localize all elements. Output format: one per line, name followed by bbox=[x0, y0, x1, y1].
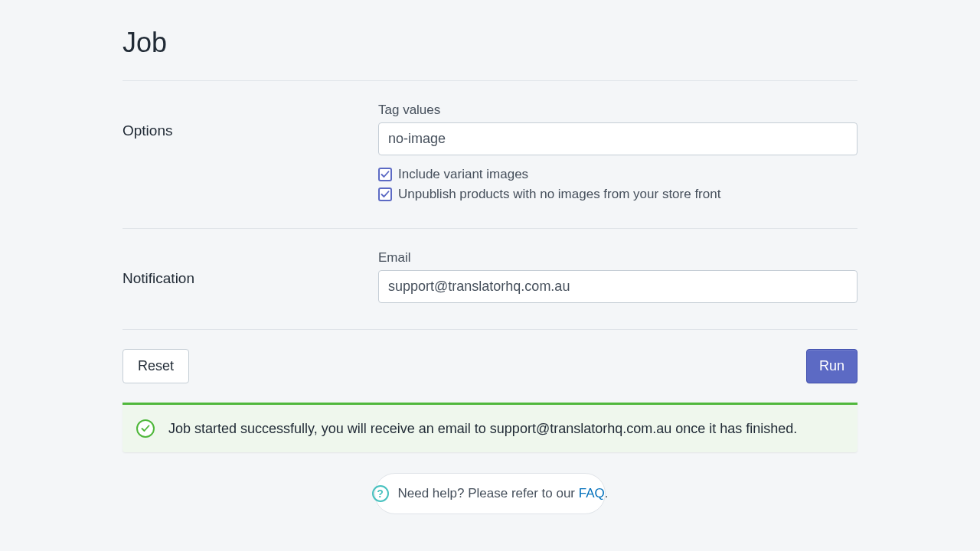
banner-message: Job started successfully, you will recei… bbox=[168, 421, 797, 437]
help-card: ? Need help? Please refer to our FAQ. bbox=[374, 473, 606, 514]
email-input[interactable] bbox=[378, 270, 858, 303]
tag-values-input[interactable] bbox=[378, 122, 858, 155]
options-section-label: Options bbox=[122, 103, 378, 202]
include-variant-label: Include variant images bbox=[398, 167, 528, 182]
page-title: Job bbox=[122, 27, 858, 59]
question-icon: ? bbox=[372, 485, 389, 502]
options-section: Options Tag values Include variant image… bbox=[122, 80, 858, 228]
check-icon bbox=[381, 190, 390, 199]
tag-values-label: Tag values bbox=[378, 103, 858, 118]
include-variant-checkbox[interactable] bbox=[378, 168, 392, 181]
run-button[interactable]: Run bbox=[806, 349, 858, 383]
reset-button[interactable]: Reset bbox=[122, 349, 189, 383]
notification-section: Notification Email bbox=[122, 228, 858, 329]
actions-row: Reset Run bbox=[122, 329, 858, 403]
success-check-icon bbox=[136, 419, 155, 438]
help-prefix: Need help? Please refer to our bbox=[398, 486, 579, 500]
unpublish-label: Unpublish products with no images from y… bbox=[398, 187, 720, 202]
help-text: Need help? Please refer to our FAQ. bbox=[398, 486, 609, 501]
faq-link[interactable]: FAQ bbox=[579, 486, 605, 500]
email-label: Email bbox=[378, 250, 858, 266]
success-banner: Job started successfully, you will recei… bbox=[122, 403, 858, 452]
unpublish-checkbox[interactable] bbox=[378, 187, 392, 201]
help-suffix: . bbox=[605, 486, 609, 500]
notification-section-label: Notification bbox=[122, 250, 378, 303]
check-icon bbox=[381, 170, 390, 179]
